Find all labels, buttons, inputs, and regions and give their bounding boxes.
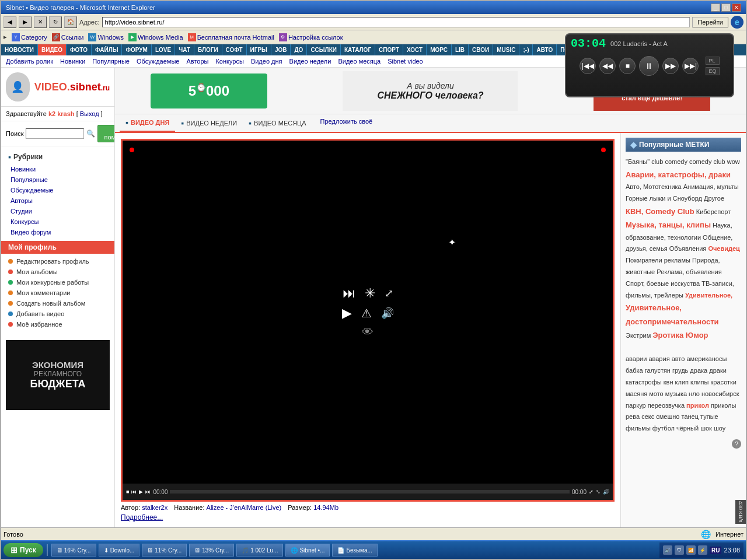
- tag-ochevidets[interactable]: Очевидец: [708, 245, 739, 252]
- menu-discussed[interactable]: Обсуждаемые: [1, 185, 114, 195]
- vc-stop-btn[interactable]: ■: [126, 489, 129, 495]
- nav-faily[interactable]: ФАЙЛЫ: [92, 44, 123, 55]
- taskbar-item-5[interactable]: 🌐Sibnet •...: [285, 544, 330, 556]
- exit-link[interactable]: Выход: [80, 110, 99, 117]
- taskbar-item-2[interactable]: 🖥11% Cry...: [142, 544, 187, 556]
- taskbar-item-4[interactable]: 🎵1 002 Lu...: [236, 544, 283, 556]
- stop-btn[interactable]: ✕: [34, 16, 47, 28]
- vc-play-btn[interactable]: ▶: [139, 489, 143, 495]
- mp-rew-btn[interactable]: ◀◀: [599, 58, 616, 74]
- vc-next-btn[interactable]: ⏭: [145, 489, 151, 495]
- tag-kvn[interactable]: КВН, Comedy Club: [626, 207, 694, 216]
- nav-soft[interactable]: СОФТ: [222, 44, 247, 55]
- back-btn[interactable]: ◀: [4, 16, 16, 28]
- bookmark-windows-media[interactable]: ▶ Windows Media: [128, 33, 183, 41]
- menu-contests[interactable]: Конкурсы: [1, 216, 114, 227]
- minimize-btn[interactable]: _: [711, 4, 720, 12]
- refresh-btn[interactable]: ↻: [49, 16, 62, 28]
- go-button[interactable]: Перейти: [692, 17, 728, 27]
- tag-prikol[interactable]: прикол: [686, 402, 709, 409]
- forward-btn[interactable]: ▶: [19, 16, 32, 28]
- taskbar-item-6[interactable]: 📄Безыма...: [332, 544, 377, 556]
- video-title[interactable]: Alizee - J'enAiMarre (Live): [207, 504, 282, 511]
- bookmark-settings[interactable]: ⚙ Настройка ссылок: [279, 33, 343, 41]
- video-tab-day[interactable]: ▪ ВИДЕО ДНЯ: [120, 114, 175, 132]
- my-favorites-item[interactable]: Моё избранное: [6, 319, 110, 330]
- nav-love[interactable]: LOVE: [152, 44, 175, 55]
- bookmark-hotmail[interactable]: M Бесплатная почта Hotmail: [188, 33, 274, 41]
- more-link[interactable]: Подробнее...: [121, 513, 163, 522]
- nav-novosti[interactable]: НОВОСТИ: [1, 44, 38, 55]
- nav-lib[interactable]: LIB: [452, 44, 469, 55]
- tag-bayany[interactable]: "Баяны" club comedy comedy club wow: [626, 158, 740, 165]
- vc-resize-btn[interactable]: ⤡: [596, 489, 601, 495]
- search-input[interactable]: [26, 128, 84, 139]
- vc-progress-bar[interactable]: [170, 490, 570, 494]
- nav-host[interactable]: ХОСТ: [403, 44, 427, 55]
- my-comments-item[interactable]: Мои комментарии: [6, 288, 110, 298]
- tag-erotika[interactable]: Эротика Юмор: [652, 331, 708, 340]
- video-tab-suggest[interactable]: Предложить своё: [312, 114, 381, 132]
- tag-udivit2[interactable]: Удивительное, достопримечательности: [626, 303, 719, 326]
- nav-do[interactable]: ДО: [291, 44, 307, 55]
- menu-novosti[interactable]: Новинки: [1, 164, 114, 174]
- nav-smile[interactable]: ;-): [519, 44, 533, 55]
- tag-kibersport[interactable]: Киберспорт: [696, 208, 731, 215]
- nav-igry[interactable]: ИГРЫ: [247, 44, 271, 55]
- subnav-novoe[interactable]: Новинки: [60, 58, 85, 65]
- tag-avto[interactable]: Авто, Мототехника Анимация, мульты Горны…: [626, 183, 739, 202]
- vp-skip-next-icon[interactable]: ⏭: [343, 286, 355, 301]
- taskbar-item-1[interactable]: ⬇Downlo...: [99, 544, 140, 556]
- create-album-item[interactable]: Создать новый альбом: [6, 298, 110, 309]
- nav-chat[interactable]: ЧАТ: [175, 44, 194, 55]
- nav-katalog[interactable]: КАТАЛОГ: [341, 44, 375, 55]
- bookmark-category[interactable]: Y Category: [12, 33, 47, 41]
- nav-sport[interactable]: СПОРТ: [375, 44, 403, 55]
- video-tab-month[interactable]: ▪ ВИДЕО МЕСЯЦА: [243, 114, 312, 132]
- video-screen[interactable]: ✦ ⏭ ✳ ⤢ ▶: [123, 141, 613, 484]
- mp-fwd-btn[interactable]: ▶▶: [662, 58, 679, 74]
- username-link[interactable]: k2 krash: [48, 110, 75, 117]
- taskbar-item-3[interactable]: 🖥13% Cry...: [189, 544, 234, 556]
- menu-authors[interactable]: Авторы: [1, 195, 114, 206]
- subnav-week[interactable]: Видео недели: [289, 58, 331, 65]
- maximize-btn[interactable]: □: [721, 4, 731, 12]
- ad-green[interactable]: 5⌚000: [151, 74, 267, 108]
- my-albums-item[interactable]: Мои альбомы: [6, 267, 110, 277]
- subnav-authors[interactable]: Авторы: [186, 58, 208, 65]
- subnav-day[interactable]: Видео дня: [251, 58, 282, 65]
- menu-studios[interactable]: Студии: [1, 206, 114, 216]
- subnav-popular[interactable]: Популярные: [92, 58, 130, 65]
- nav-forum[interactable]: ФОРУМ: [122, 44, 151, 55]
- tray-icon-2[interactable]: 🛡: [675, 545, 684, 555]
- nav-music[interactable]: MUSIC: [493, 44, 519, 55]
- taskbar-item-0[interactable]: 🖥16% Cry...: [51, 544, 96, 556]
- tags-help-icon[interactable]: ?: [626, 439, 741, 449]
- subnav-month[interactable]: Видео месяца: [338, 58, 381, 65]
- vp-fullscreen-icon[interactable]: ⤢: [385, 287, 393, 300]
- edit-profile-item[interactable]: Редактировать профиль: [6, 256, 110, 267]
- author-link[interactable]: stalker2x: [142, 504, 167, 511]
- nav-svoi[interactable]: СВОИ: [469, 44, 493, 55]
- subnav-add[interactable]: Добавить ролик: [6, 58, 53, 65]
- nav-ssylki[interactable]: ССЫЛКИ: [307, 44, 341, 55]
- vp-play-icon[interactable]: ▶: [342, 306, 352, 321]
- vc-prev-btn[interactable]: ⏮: [131, 489, 137, 495]
- tag-udivit[interactable]: Удивительное,: [685, 292, 732, 299]
- tag-avarii[interactable]: Аварии, катастрофы, драки: [626, 170, 731, 179]
- tag-avarii-small[interactable]: аварии авария авто американосы бабка гал…: [626, 355, 739, 408]
- vc-vol-btn[interactable]: 🔊: [603, 489, 609, 495]
- bookmark-links[interactable]: 🔗 Ссылки: [52, 33, 84, 41]
- nav-mors[interactable]: МОРС: [427, 44, 452, 55]
- mp-prev-btn[interactable]: |◀◀: [580, 58, 596, 74]
- my-profile-btn[interactable]: Мой профиль: [1, 241, 114, 254]
- address-input[interactable]: [102, 17, 690, 27]
- nav-video[interactable]: ВИДЕО: [38, 44, 67, 55]
- close-btn[interactable]: ✕: [732, 4, 741, 12]
- mp-pause-btn[interactable]: ⏸: [639, 56, 659, 76]
- add-video-item[interactable]: Добавить видео: [6, 309, 110, 319]
- subnav-sibnet[interactable]: Sibnet video: [388, 58, 423, 65]
- nav-job[interactable]: JOB: [271, 44, 291, 55]
- mp-stop-btn[interactable]: ■: [619, 58, 636, 74]
- subnav-contests[interactable]: Конкурсы: [215, 58, 243, 65]
